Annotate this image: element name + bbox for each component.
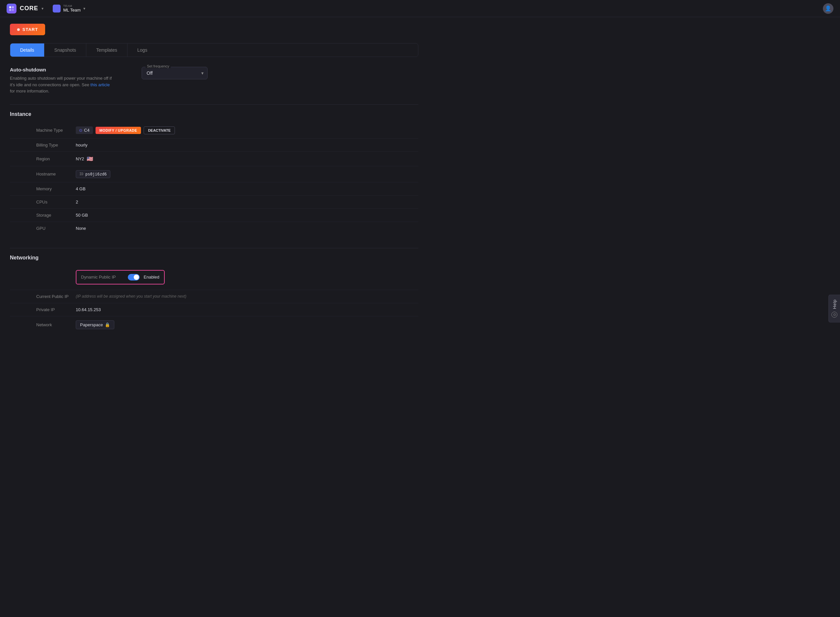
divider-1: [10, 104, 419, 105]
start-button[interactable]: START: [10, 24, 45, 35]
autoshutdown-post: for more information.: [10, 89, 49, 93]
id-prefix: ID: [79, 172, 83, 176]
table-row: Machine Type ⊙ C4 MODIFY / UPGRADE DEACT…: [10, 123, 419, 139]
region-text: NY2: [76, 156, 84, 161]
current-ip-label: Current Public IP: [10, 294, 76, 299]
hostname-text: ps0ji6zd6: [85, 172, 107, 177]
storage-label: Storage: [10, 213, 76, 218]
frequency-dropdown: Set frequency Off 1 hour 2 hours 4 hours…: [142, 67, 207, 79]
network-name: Paperspace: [80, 322, 103, 327]
autoshutdown-text: Enabling auto shutdown will power your m…: [10, 75, 115, 94]
networking-title: Networking: [10, 255, 419, 261]
tab-snapshots[interactable]: Snapshots: [44, 43, 86, 57]
region-flag-icon: 🇺🇸: [87, 156, 93, 162]
table-row: Hostname ID ps0ji6zd6: [10, 166, 419, 182]
network-value: Paperspace 🔒: [76, 320, 114, 329]
private-ip-value: 10.64.15.253: [76, 307, 101, 312]
instance-grid: Machine Type ⊙ C4 MODIFY / UPGRADE DEACT…: [10, 123, 419, 235]
frequency-select[interactable]: Off 1 hour 2 hours 4 hours 8 hours: [142, 67, 207, 79]
help-tab[interactable]: Help ⊙: [828, 295, 840, 323]
team-chevron[interactable]: ▾: [83, 6, 85, 11]
frequency-label: Set frequency: [146, 64, 171, 68]
team-label: TEAM: [63, 4, 81, 7]
team-info: TEAM ML Team: [63, 4, 81, 12]
network-row-dynamic-ip: Dynamic Public IP Enabled: [10, 266, 419, 290]
table-row: GPU None: [10, 222, 419, 235]
memory-value: 4 GB: [76, 186, 86, 191]
dynamic-ip-label: Dynamic Public IP: [81, 275, 124, 279]
cpus-label: CPUs: [10, 199, 76, 204]
dynamic-ip-highlighted-row: Dynamic Public IP Enabled: [76, 270, 165, 285]
network-row-current-ip: Current Public IP (IP address will be as…: [10, 290, 419, 303]
help-label: Help: [832, 300, 837, 309]
dynamic-ip-toggle[interactable]: [128, 274, 140, 280]
hostname-label: Hostname: [10, 171, 76, 177]
network-row-private-ip: Private IP 10.64.15.253: [10, 303, 419, 316]
main-content: START Details Snapshots Templates Logs A…: [0, 17, 428, 353]
network-label-col: Network: [10, 322, 76, 327]
machine-type-badge: ⊙ C4: [76, 127, 93, 134]
autoshutdown-row: Auto-shutdown Enabling auto shutdown wil…: [10, 67, 419, 94]
networking-section: Networking Dynamic Public IP Enabled: [10, 255, 419, 333]
region-label: Region: [10, 156, 76, 161]
user-avatar[interactable]: 👤: [823, 3, 833, 14]
tab-details[interactable]: Details: [10, 43, 44, 57]
table-row: CPUs 2: [10, 196, 419, 209]
dynamic-ip-status: Enabled: [143, 275, 160, 279]
deactivate-button[interactable]: DEACTIVATE: [143, 127, 175, 134]
hostname-value: ID ps0ji6zd6: [76, 170, 110, 178]
table-row: Memory 4 GB: [10, 182, 419, 196]
network-row-network: Network Paperspace 🔒: [10, 316, 419, 333]
help-circle-icon: ⊙: [831, 311, 837, 317]
autoshutdown-section: Auto-shutdown Enabling auto shutdown wil…: [10, 67, 419, 94]
brand-chevron[interactable]: ▾: [41, 6, 43, 11]
logo-icon: [7, 4, 16, 13]
start-dot: [17, 28, 20, 31]
team-avatar: [53, 4, 61, 12]
team-selector[interactable]: TEAM ML Team ▾: [50, 3, 88, 14]
table-row: Region NY2 🇺🇸: [10, 152, 419, 166]
machine-type-label: Machine Type: [10, 128, 76, 133]
autoshutdown-link[interactable]: this article: [90, 82, 110, 87]
svg-rect-1: [12, 6, 14, 8]
divider-2: [10, 248, 419, 248]
toggle-knob: [134, 275, 139, 280]
hostname-badge: ID ps0ji6zd6: [76, 170, 110, 178]
lock-icon: 🔒: [105, 322, 110, 327]
networking-container: Dynamic Public IP Enabled Current Public…: [10, 266, 419, 333]
nav-left: CORE ▾ TEAM ML Team ▾: [7, 3, 88, 14]
brand-name: CORE: [20, 5, 38, 12]
billing-type-value: hourly: [76, 143, 87, 148]
machine-type-value: ⊙ C4 MODIFY / UPGRADE DEACTIVATE: [76, 127, 175, 134]
storage-value: 50 GB: [76, 213, 88, 218]
current-ip-value: (IP address will be assigned when you st…: [76, 294, 186, 299]
region-value: NY2 🇺🇸: [76, 156, 93, 162]
svg-rect-3: [12, 9, 14, 11]
current-ip-hint: (IP address will be assigned when you st…: [76, 294, 186, 299]
top-nav: CORE ▾ TEAM ML Team ▾ 👤: [0, 0, 840, 17]
instance-section: Instance Machine Type ⊙ C4 MODIFY / UPGR…: [10, 111, 419, 235]
autoshutdown-description: Auto-shutdown Enabling auto shutdown wil…: [10, 67, 115, 94]
gpu-label: GPU: [10, 226, 76, 231]
svg-rect-0: [9, 6, 11, 8]
team-name: ML Team: [63, 7, 81, 12]
table-row: Storage 50 GB: [10, 209, 419, 222]
autoshutdown-title: Auto-shutdown: [10, 67, 115, 72]
cpus-value: 2: [76, 199, 78, 204]
modify-upgrade-button[interactable]: MODIFY / UPGRADE: [96, 127, 141, 134]
gpu-value: None: [76, 226, 86, 231]
billing-type-label: Billing Type: [10, 143, 76, 148]
machine-type-text: C4: [84, 128, 90, 133]
tabs-container: Details Snapshots Templates Logs: [10, 43, 419, 57]
tab-logs[interactable]: Logs: [127, 43, 157, 57]
private-ip-label: Private IP: [10, 307, 76, 312]
machine-icon: ⊙: [79, 128, 82, 133]
network-badge: Paperspace 🔒: [76, 320, 114, 329]
start-label: START: [22, 27, 38, 32]
dynamic-ip-value: Dynamic Public IP Enabled: [76, 270, 165, 286]
instance-title: Instance: [10, 111, 419, 117]
memory-label: Memory: [10, 186, 76, 191]
table-row: Billing Type hourly: [10, 139, 419, 152]
tab-templates[interactable]: Templates: [86, 43, 127, 57]
svg-rect-2: [9, 9, 11, 11]
